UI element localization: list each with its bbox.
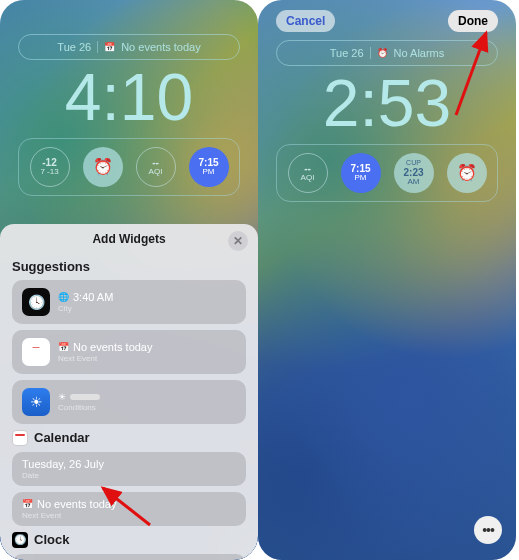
suggestion-weather[interactable]: ☀ ☀ Conditions: [12, 380, 246, 424]
ellipsis-icon: •••: [482, 522, 494, 538]
calendar-next-event-widget[interactable]: 📅No events today Next Event: [12, 492, 246, 526]
weather-widget[interactable]: -127 -13: [26, 143, 74, 191]
sheet-title: Add Widgets: [92, 232, 165, 246]
suggestion-calendar[interactable]: — 📅No events today Next Event: [12, 330, 246, 374]
city-clock-widget[interactable]: CUP2:23AM: [390, 149, 438, 197]
calendar-icon: 📅: [58, 342, 69, 352]
calendar-date-widget[interactable]: Tuesday, 26 July Date: [12, 452, 246, 486]
date-alarm: No Alarms: [394, 47, 445, 59]
alarm-icon: ⏰: [457, 164, 477, 182]
section-calendar: Calendar: [12, 430, 246, 446]
done-button[interactable]: Done: [448, 10, 498, 32]
more-button[interactable]: •••: [474, 516, 502, 544]
widgets-row[interactable]: -127 -13 ⏰ --AQI 7:15PM: [18, 138, 240, 196]
section-suggestions: Suggestions: [12, 259, 246, 274]
separator: [97, 41, 98, 53]
clock-app-icon: 🕓: [22, 288, 50, 316]
clock-widget[interactable]: 7:15PM: [185, 143, 233, 191]
globe-icon: 🌐: [58, 292, 69, 302]
lock-clock: 2:53: [266, 70, 508, 136]
separator: [370, 47, 371, 59]
date-widget[interactable]: Tue 26 📅 No events today: [18, 34, 240, 60]
suggestion-clock[interactable]: 🕓 🌐3:40 AM City: [12, 280, 246, 324]
calendar-section-icon: [12, 430, 28, 446]
sheet-header: Add Widgets ✕: [0, 224, 258, 255]
weather-bar: [70, 394, 100, 400]
date-day: Tue 26: [57, 41, 91, 53]
alarm-icon: ⏰: [93, 158, 113, 176]
widgets-row[interactable]: --AQI 7:15PM CUP2:23AM ⏰: [276, 144, 498, 202]
aqi-widget[interactable]: --AQI: [284, 149, 332, 197]
section-clock: 🕓 Clock: [12, 532, 246, 548]
alarm-widget[interactable]: ⏰: [443, 149, 491, 197]
cancel-button[interactable]: Cancel: [276, 10, 335, 32]
date-widget[interactable]: Tue 26 ⏰ No Alarms: [276, 40, 498, 66]
clock-widget[interactable]: 7:15PM: [337, 149, 385, 197]
lock-clock: 4:10: [8, 64, 250, 130]
aqi-widget[interactable]: --AQI: [132, 143, 180, 191]
date-day: Tue 26: [330, 47, 364, 59]
alarm-icon: ⏰: [377, 48, 388, 58]
calendar-app-icon: —: [22, 338, 50, 366]
alarm-widget[interactable]: ⏰: [79, 143, 127, 191]
clock-section-icon: 🕓: [12, 532, 28, 548]
add-widgets-sheet: Add Widgets ✕ Suggestions 🕓 🌐3:40 AM Cit…: [0, 224, 258, 560]
calendar-icon: 📅: [22, 499, 33, 509]
weather-app-icon: ☀: [22, 388, 50, 416]
date-event: No events today: [121, 41, 201, 53]
close-icon: ✕: [233, 234, 243, 248]
calendar-icon: 📅: [104, 42, 115, 52]
clock-city-widget[interactable]: 🌐3:40 AM: [12, 554, 246, 560]
close-button[interactable]: ✕: [228, 231, 248, 251]
sun-icon: ☀: [58, 392, 66, 402]
